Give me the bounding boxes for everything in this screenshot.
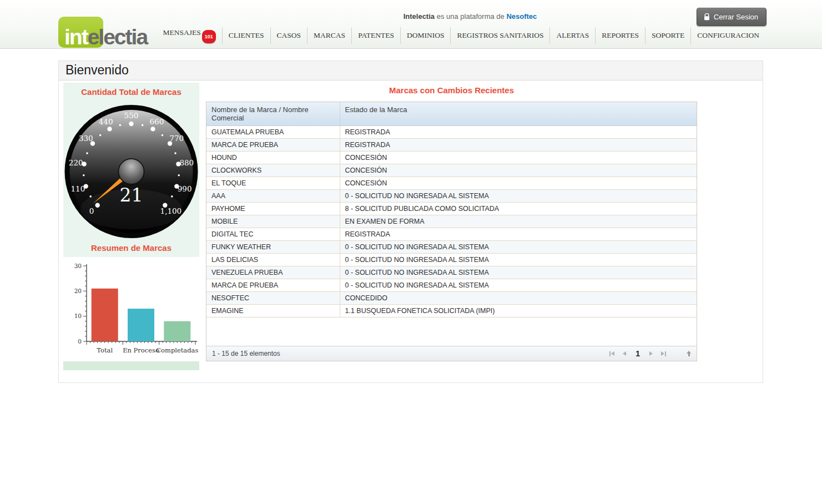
unread-count-badge: 101	[202, 30, 216, 43]
cell-marca-estado: 0 - SOLICITUD NO INGRESADA AL SISTEMA	[340, 279, 697, 292]
tagline-vendor-link[interactable]: Nesoftec	[506, 12, 537, 21]
main-nav: MENSAJES101CLIENTESCASOSMARCASPATENTESDO…	[157, 24, 765, 46]
cell-marca-estado: CONCEDIDO	[340, 292, 697, 305]
nav-item-label: ALERTAS	[556, 31, 589, 39]
table-row[interactable]: PAYHOME8 - SOLICITUD PUBLICADA COMO SOLI…	[206, 203, 697, 215]
cell-marca-estado: REGISTRADA	[340, 139, 697, 152]
svg-text:Completadas: Completadas	[156, 346, 198, 354]
table-row[interactable]: EMAGINE1.1 BUSQUEDA FONETICA SOLICITADA …	[206, 305, 697, 317]
nav-item-reportes[interactable]: REPORTES	[595, 27, 645, 44]
logout-button[interactable]: Cerrar Sesion	[697, 8, 766, 26]
cell-marca-nombre: CLOCKWORKS	[206, 164, 340, 177]
pager-current-page[interactable]: 1	[634, 349, 641, 358]
cell-marca-estado: REGISTRADA	[340, 228, 697, 241]
cell-marca-nombre: EMAGINE	[206, 305, 340, 317]
nav-item-alertas[interactable]: ALERTAS	[549, 27, 595, 44]
nav-item-soporte[interactable]: SOPORTE	[645, 27, 690, 44]
gauge-title: Cantidad Total de Marcas	[63, 87, 199, 97]
table-row[interactable]: CLOCKWORKSCONCESIÓN	[206, 164, 697, 177]
summary-panel: Cantidad Total de Marcas 011022033044055…	[63, 83, 199, 370]
panel-footer-strip	[63, 361, 199, 370]
pager-prev-button[interactable]	[623, 351, 626, 356]
column-header-nombre[interactable]: Nombre de la Marca / Nombre Comercial	[206, 102, 340, 126]
nav-item-label: CONFIGURACION	[697, 31, 759, 39]
pager-refresh-button[interactable]	[687, 351, 691, 356]
svg-text:1,100: 1,100	[160, 206, 182, 215]
table-row[interactable]: NESOFTECCONCEDIDO	[206, 292, 697, 305]
nav-item-mensajes[interactable]: MENSAJES101	[157, 24, 222, 46]
logo-text: intelectia	[64, 26, 147, 48]
cell-marca-nombre: MOBILE	[206, 215, 340, 228]
svg-text:20: 20	[74, 288, 82, 294]
column-header-estado[interactable]: Estado de la Marca	[340, 102, 697, 126]
nav-item-clientes[interactable]: CLIENTES	[222, 27, 270, 44]
nav-item-marcas[interactable]: MARCAS	[307, 27, 351, 44]
nav-item-label: MARCAS	[314, 31, 345, 39]
nav-item-configuracion[interactable]: CONFIGURACION	[690, 27, 765, 44]
cell-marca-nombre: MARCA DE PRUEBA	[206, 139, 340, 152]
svg-text:220: 220	[69, 158, 83, 167]
table-row[interactable]: MARCA DE PRUEBAREGISTRADA	[206, 139, 697, 152]
nav-item-patentes[interactable]: PATENTES	[351, 27, 400, 44]
nav-item-label: MENSAJES	[163, 28, 201, 37]
pager-first-button[interactable]	[609, 351, 614, 356]
table-row[interactable]: MOBILEEN EXAMEN DE FORMA	[206, 215, 697, 228]
table-row[interactable]: AAA0 - SOLICITUD NO INGRESADA AL SISTEMA	[206, 190, 697, 203]
svg-text:10: 10	[74, 313, 82, 319]
cell-marca-nombre: GUATEMALA PRUEBA	[206, 126, 340, 139]
cell-marca-estado: 0 - SOLICITUD NO INGRESADA AL SISTEMA	[340, 241, 697, 254]
svg-text:660: 660	[150, 117, 164, 126]
table-row[interactable]: HOUNDCONCESIÓN	[206, 152, 697, 164]
cell-marca-nombre: VENEZUELA PRUEBA	[206, 266, 340, 279]
svg-text:Total: Total	[97, 346, 113, 354]
pager-last-button[interactable]	[661, 351, 666, 356]
cell-marca-nombre: HOUND	[206, 152, 340, 164]
cell-marca-estado: 1.1 BUSQUEDA FONETICA SOLICITADA (IMPI)	[340, 305, 697, 317]
app-logo[interactable]: intelectia	[58, 17, 155, 48]
svg-text:440: 440	[99, 117, 113, 126]
svg-text:880: 880	[179, 158, 194, 167]
nav-item-label: CASOS	[277, 31, 301, 39]
cell-marca-estado: 0 - SOLICITUD NO INGRESADA AL SISTEMA	[340, 190, 697, 203]
pager-summary: 1 - 15 de 15 elementos	[212, 350, 280, 357]
nav-item-label: REPORTES	[602, 31, 639, 39]
svg-text:330: 330	[79, 134, 93, 143]
nav-item-registros-sanitarios[interactable]: REGISTROS SANITARIOS	[450, 27, 549, 44]
page-title: Bienvenido	[65, 63, 756, 78]
table-row[interactable]: EL TOQUECONCESIÓN	[206, 177, 697, 190]
cell-marca-estado: CONCESIÓN	[340, 152, 697, 164]
nav-item-dominios[interactable]: DOMINIOS	[400, 27, 451, 44]
table-row[interactable]: MARCA DE PRUEBA0 - SOLICITUD NO INGRESAD…	[206, 279, 697, 292]
nav-item-casos[interactable]: CASOS	[270, 27, 307, 44]
svg-text:En Proceso: En Proceso	[123, 346, 159, 354]
cell-marca-estado: CONCESIÓN	[340, 164, 697, 177]
cell-marca-nombre: DIGITAL TEC	[206, 228, 340, 241]
logout-label: Cerrar Sesion	[714, 13, 758, 21]
svg-text:0: 0	[78, 338, 82, 345]
svg-text:110: 110	[71, 184, 85, 193]
cell-marca-estado: 0 - SOLICITUD NO INGRESADA AL SISTEMA	[340, 254, 697, 266]
platform-tagline: Intelectia es una plataforma de Nesoftec	[404, 12, 537, 21]
marcas-grid: Nombre de la Marca / Nombre Comercial Es…	[206, 102, 697, 361]
svg-text:21: 21	[120, 184, 143, 206]
nav-item-label: SOPORTE	[652, 31, 684, 39]
cell-marca-estado: REGISTRADA	[340, 126, 697, 139]
nav-item-label: PATENTES	[358, 31, 394, 39]
table-row[interactable]: DIGITAL TECREGISTRADA	[206, 228, 697, 241]
table-row[interactable]: LAS DELICIAS0 - SOLICITUD NO INGRESADA A…	[206, 254, 697, 266]
logo-suffix: electia	[88, 25, 147, 49]
svg-text:30: 30	[74, 263, 82, 269]
table-row[interactable]: VENEZUELA PRUEBA0 - SOLICITUD NO INGRESA…	[206, 266, 697, 279]
cell-marca-estado: 0 - SOLICITUD NO INGRESADA AL SISTEMA	[340, 266, 697, 279]
svg-text:990: 990	[178, 184, 192, 193]
resumen-bar-chart: 0102030TotalEn ProcesoCompletadas	[63, 257, 199, 361]
table-row[interactable]: GUATEMALA PRUEBAREGISTRADA	[206, 126, 697, 139]
grid-pager: 1 - 15 de 15 elementos 1	[206, 346, 697, 361]
cell-marca-nombre: NESOFTEC	[206, 292, 340, 305]
nav-item-label: REGISTROS SANITARIOS	[457, 31, 543, 39]
cell-marca-estado: 8 - SOLICITUD PUBLICADA COMO SOLICITADA	[340, 203, 697, 215]
pager-next-button[interactable]	[649, 351, 653, 356]
table-row[interactable]: FUNKY WEATHER0 - SOLICITUD NO INGRESADA …	[206, 241, 697, 254]
main-panel: Bienvenido Cantidad Total de Marcas 0110…	[58, 61, 763, 383]
nav-item-label: DOMINIOS	[407, 31, 445, 39]
